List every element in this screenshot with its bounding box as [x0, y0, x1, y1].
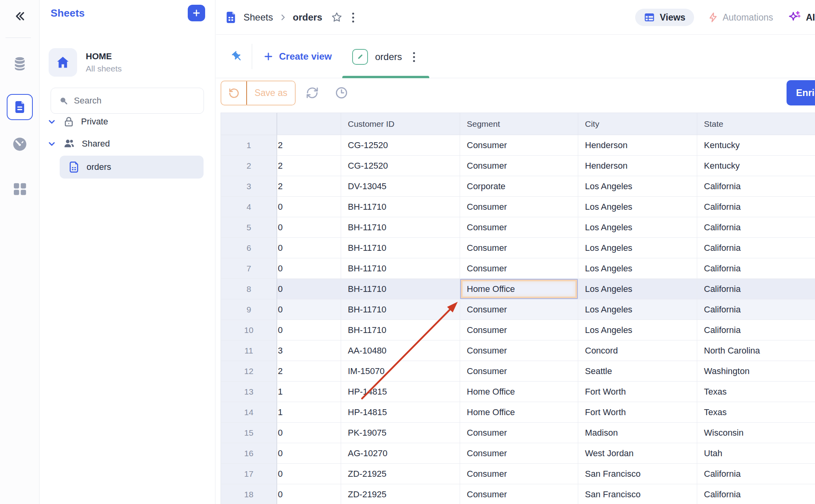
cell-trunc[interactable]: 2	[277, 156, 341, 176]
cell-city[interactable]: Henderson	[578, 135, 697, 156]
cell-customer_id[interactable]: BH-11710	[341, 197, 460, 217]
cell-segment[interactable]: Home Office	[460, 382, 578, 402]
cell-trunc[interactable]: 3	[277, 340, 341, 361]
tab-orders[interactable]: orders	[352, 43, 419, 71]
cell-trunc[interactable]: 0	[277, 217, 341, 238]
cell-state[interactable]: Kentucky	[697, 135, 815, 156]
cell-segment[interactable]: Consumer	[460, 443, 578, 464]
cell-state[interactable]: Kentucky	[697, 156, 815, 176]
search-input[interactable]	[74, 96, 192, 106]
cell-trunc[interactable]: 2	[277, 176, 341, 197]
row-number[interactable]: 17	[221, 464, 277, 484]
row-number[interactable]: 14	[221, 402, 277, 423]
sidebar-item-shared[interactable]: Shared	[47, 135, 209, 152]
cell-segment[interactable]: Consumer	[460, 299, 578, 320]
breadcrumb-root[interactable]: Sheets	[243, 12, 273, 23]
breadcrumb-current[interactable]: orders	[293, 12, 323, 23]
cell-city[interactable]: San Francisco	[578, 464, 697, 484]
cell-customer_id[interactable]: AA-10480	[341, 340, 460, 361]
cell-trunc[interactable]: 0	[277, 464, 341, 484]
cell-city[interactable]: Los Angeles	[578, 176, 697, 197]
cell-segment[interactable]: Consumer	[460, 464, 578, 484]
column-header-segment[interactable]: Segment	[460, 113, 578, 135]
cell-state[interactable]: Texas	[697, 382, 815, 402]
cell-city[interactable]: Fort Worth	[578, 382, 697, 402]
cell-state[interactable]: California	[697, 238, 815, 258]
automations-button[interactable]: Automations	[707, 12, 773, 23]
cell-state[interactable]: Utah	[697, 443, 815, 464]
tab-menu-icon[interactable]	[409, 50, 419, 64]
cell-state[interactable]: California	[697, 217, 815, 238]
cell-state[interactable]: California	[697, 299, 815, 320]
cell-city[interactable]: Henderson	[578, 156, 697, 176]
cell-customer_id[interactable]: CG-12520	[341, 135, 460, 156]
cell-customer_id[interactable]: AG-10270	[341, 443, 460, 464]
cell-segment[interactable]: Consumer	[460, 423, 578, 443]
cell-segment[interactable]: Consumer	[460, 258, 578, 279]
cell-trunc[interactable]: 0	[277, 258, 341, 279]
sidebar-item-orders[interactable]: orders	[60, 156, 204, 179]
cell-customer_id[interactable]: BH-11710	[341, 258, 460, 279]
cell-customer_id[interactable]: HP-14815	[341, 402, 460, 423]
cell-state[interactable]: California	[697, 464, 815, 484]
cell-city[interactable]: Los Angeles	[578, 299, 697, 320]
cell-city[interactable]: San Francisco	[578, 484, 697, 504]
cell-customer_id[interactable]: DV-13045	[341, 176, 460, 197]
row-number[interactable]: 18	[221, 484, 277, 504]
cell-state[interactable]: Texas	[697, 402, 815, 423]
cell-trunc[interactable]: 0	[277, 320, 341, 340]
save-as-button[interactable]: Save as	[247, 81, 295, 105]
create-view-button[interactable]: Create view	[263, 46, 332, 67]
column-header-customer-id[interactable]: Customer ID	[341, 113, 460, 135]
cell-segment[interactable]: Consumer	[460, 320, 578, 340]
row-number[interactable]: 5	[221, 217, 277, 238]
highlighted-cell-segment[interactable]: Home Office	[460, 279, 578, 299]
cell-trunc[interactable]: 0	[277, 484, 341, 504]
cell-trunc[interactable]: 0	[277, 197, 341, 217]
cell-state[interactable]: California	[697, 176, 815, 197]
views-button[interactable]: Views	[635, 9, 694, 26]
row-number[interactable]: 13	[221, 382, 277, 402]
row-number[interactable]: 8	[221, 279, 277, 299]
database-icon[interactable]	[11, 55, 29, 73]
cell-segment[interactable]: Consumer	[460, 135, 578, 156]
cell-trunc[interactable]: 0	[277, 443, 341, 464]
cell-segment[interactable]: Consumer	[460, 361, 578, 382]
row-number[interactable]: 7	[221, 258, 277, 279]
cell-segment[interactable]: Consumer	[460, 238, 578, 258]
cell-state[interactable]: California	[697, 258, 815, 279]
cell-customer_id[interactable]: IM-15070	[341, 361, 460, 382]
cell-state[interactable]: Wisconsin	[697, 423, 815, 443]
cell-trunc[interactable]: 0	[277, 279, 341, 299]
cell-city[interactable]: Los Angeles	[578, 320, 697, 340]
cell-segment[interactable]: Consumer	[460, 217, 578, 238]
column-header-state[interactable]: State	[697, 113, 815, 135]
cell-customer_id[interactable]: HP-14815	[341, 382, 460, 402]
chevron-down-icon[interactable]	[47, 117, 57, 126]
cell-trunc[interactable]: 1	[277, 382, 341, 402]
cell-customer_id[interactable]: BH-11710	[341, 299, 460, 320]
cell-customer_id[interactable]: BH-11710	[341, 320, 460, 340]
cell-customer_id[interactable]: CG-12520	[341, 156, 460, 176]
cell-trunc[interactable]: 1	[277, 402, 341, 423]
row-number[interactable]: 11	[221, 340, 277, 361]
cell-segment[interactable]: Corporate	[460, 176, 578, 197]
row-number[interactable]: 16	[221, 443, 277, 464]
row-number[interactable]: 2	[221, 156, 277, 176]
cell-city[interactable]: Los Angeles	[578, 217, 697, 238]
favorite-star-icon[interactable]	[331, 11, 343, 23]
cell-segment[interactable]: Consumer	[460, 484, 578, 504]
sheets-doc-icon-active[interactable]	[7, 94, 33, 120]
cell-state[interactable]: California	[697, 197, 815, 217]
cell-city[interactable]: Fort Worth	[578, 402, 697, 423]
add-sheet-button[interactable]	[188, 5, 205, 21]
cell-city[interactable]: Madison	[578, 423, 697, 443]
cell-customer_id[interactable]: BH-11710	[341, 279, 460, 299]
cell-segment[interactable]: Home Office	[460, 402, 578, 423]
collapse-sidebar-icon[interactable]	[11, 9, 28, 24]
row-number[interactable]: 10	[221, 320, 277, 340]
cell-trunc[interactable]: 0	[277, 299, 341, 320]
sidebar-item-home[interactable]: HOME All sheets	[49, 47, 207, 78]
cell-trunc[interactable]: 2	[277, 135, 341, 156]
cell-city[interactable]: Los Angeles	[578, 197, 697, 217]
